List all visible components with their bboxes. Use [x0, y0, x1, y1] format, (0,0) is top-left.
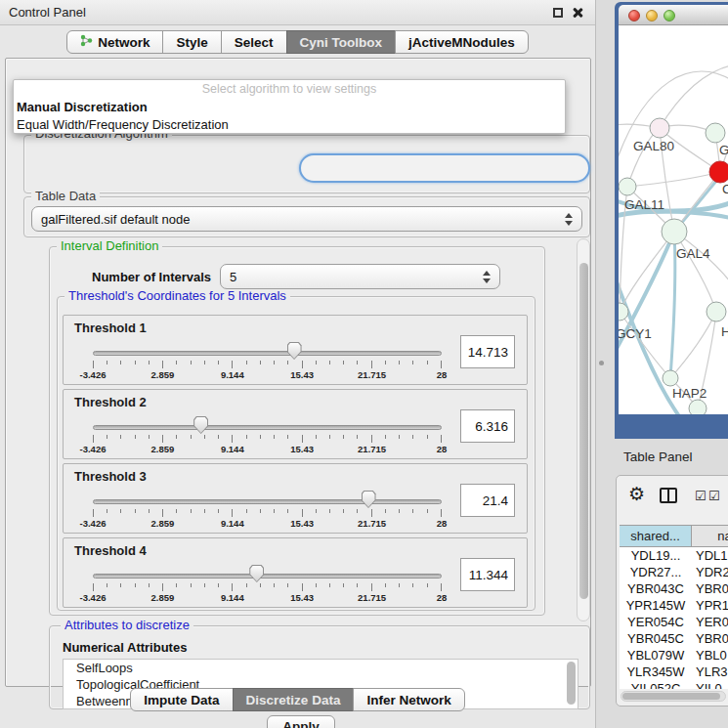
network-edge-thick[interactable]	[670, 232, 675, 378]
network-edge[interactable]	[620, 312, 670, 378]
slider-track[interactable]	[93, 425, 442, 430]
network-node-gal80[interactable]	[650, 118, 669, 138]
slider-thumb[interactable]	[362, 491, 376, 508]
algorithm-combobox[interactable]	[299, 153, 590, 183]
cell-name[interactable]: YDL1	[692, 547, 728, 564]
table-row[interactable]: YLR345WYLR3	[620, 664, 728, 680]
cell-name[interactable]: YDR2	[692, 564, 728, 580]
slider-thumb[interactable]	[287, 342, 302, 360]
tick-labels: -3.4262.8599.14415.4321.71528	[93, 518, 442, 530]
threshold-1-value-field[interactable]	[460, 335, 515, 368]
number-of-intervals-combobox[interactable]: 5	[220, 264, 500, 289]
cell-shared-name[interactable]: YDL19...	[620, 547, 692, 564]
column-checkbox-icon[interactable]: ☑	[708, 489, 720, 503]
split-columns-icon[interactable]	[660, 488, 677, 503]
cell-shared-name[interactable]: YPR145W	[620, 597, 692, 614]
column-header-shared-name[interactable]: shared...	[620, 526, 692, 546]
cell-shared-name[interactable]: YBL079W	[620, 647, 692, 664]
table-row[interactable]: YPR145WYPR1	[620, 597, 728, 614]
tick-mark	[204, 435, 205, 439]
table-row[interactable]: YDR27...YDR2	[620, 564, 728, 580]
tab-style[interactable]: Style	[162, 30, 221, 54]
table-row[interactable]: YIL052CYIL0	[620, 680, 728, 689]
table-row[interactable]: YDL19...YDL1	[620, 547, 728, 564]
slider-thumb[interactable]	[249, 565, 264, 582]
network-edge[interactable]	[620, 232, 674, 312]
cell-shared-name[interactable]: YER054C	[620, 614, 692, 630]
tick-label: 15.43	[290, 369, 314, 380]
settings-vertical-scrollbar[interactable]	[577, 238, 590, 621]
threshold-label: Threshold 2	[74, 395, 147, 409]
cell-shared-name[interactable]: YLR345W	[620, 664, 692, 680]
network-canvas[interactable]: GAL80GACGAL11GAL4GCY1HHAP2	[619, 25, 728, 414]
settings-gear-icon[interactable]: ⚙	[628, 483, 645, 505]
cell-name[interactable]: YBL0	[692, 647, 728, 664]
cell-shared-name[interactable]: YIL052C	[620, 680, 692, 689]
slider-track[interactable]	[93, 351, 442, 356]
tab-network[interactable]: Network	[66, 30, 163, 54]
table-data-group-label: Table Data	[31, 190, 100, 203]
tab-select[interactable]: Select	[221, 30, 287, 54]
table-data-combobox[interactable]: galFiltered.sif default node	[31, 206, 582, 232]
algorithm-option-equal-width-frequency-discretization[interactable]: Equal Width/Frequency Discretization	[14, 116, 565, 134]
cell-shared-name[interactable]: YDR27...	[620, 564, 692, 580]
table-row[interactable]: YBR043CYBR0	[620, 580, 728, 597]
scrollbar-thumb[interactable]	[622, 693, 720, 700]
cell-name[interactable]: YBR0	[692, 580, 728, 597]
network-node[interactable]	[689, 400, 707, 414]
tab-infer-network[interactable]: Infer Network	[353, 688, 464, 711]
tab-jactivemnodules[interactable]: jActiveMNodules	[395, 30, 529, 54]
network-window-titlebar[interactable]	[619, 5, 728, 25]
attribute-item-selfloops[interactable]: SelfLoops	[64, 660, 578, 676]
algorithm-option-manual-discretization[interactable]: Manual Discretization	[14, 99, 565, 116]
algorithm-prompt-option[interactable]: Select algorithm to view settings	[14, 80, 565, 99]
close-traffic-light[interactable]	[628, 10, 640, 21]
network-node-gal4[interactable]	[662, 219, 687, 244]
close-panel-icon[interactable]	[572, 7, 583, 19]
tab-discretize-data[interactable]: Discretize Data	[233, 688, 355, 711]
network-edge-thick[interactable]	[619, 272, 679, 414]
tick-mark	[232, 435, 233, 443]
network-node-ga[interactable]	[706, 123, 725, 143]
threshold-4-value-field[interactable]	[460, 558, 515, 591]
slider-thumb[interactable]	[193, 416, 208, 434]
network-edge[interactable]	[619, 71, 728, 172]
cell-name[interactable]: YBR0	[692, 630, 728, 647]
network-icon	[80, 34, 93, 50]
network-node-hap2[interactable]	[663, 370, 678, 386]
float-window-icon[interactable]	[553, 8, 563, 18]
tick-mark	[302, 361, 303, 368]
network-edge[interactable]	[670, 312, 716, 378]
tick-mark	[343, 583, 344, 587]
column-header-name[interactable]: name	[692, 526, 728, 546]
cell-name[interactable]: YIL0	[692, 680, 728, 689]
network-node-h[interactable]	[707, 302, 726, 321]
zoom-traffic-light[interactable]	[664, 10, 675, 21]
table-row[interactable]: YBL079WYBL0	[620, 647, 728, 664]
minimize-traffic-light[interactable]	[646, 10, 658, 21]
table-row[interactable]: YBR045CYBR0	[620, 630, 728, 647]
cell-name[interactable]: YLR3	[692, 664, 728, 680]
tab-cyni-toolbox[interactable]: Cyni Toolbox	[286, 30, 397, 54]
table-toolbar: ⚙ ☑ ☑	[617, 476, 728, 517]
apply-button[interactable]: Apply	[267, 715, 335, 728]
network-node-c[interactable]	[709, 161, 728, 183]
table-row[interactable]: YER054CYER0	[620, 614, 728, 630]
slider-track[interactable]	[93, 499, 442, 504]
cell-name[interactable]: YER0	[692, 614, 728, 630]
cell-name[interactable]: YPR1	[692, 597, 728, 614]
threshold-3-value-field[interactable]	[460, 484, 515, 517]
slider-track[interactable]	[93, 574, 442, 578]
column-checkbox-icon[interactable]: ☑	[695, 489, 707, 503]
network-edge[interactable]	[627, 172, 720, 187]
tick-mark	[246, 583, 247, 587]
cell-shared-name[interactable]: YBR043C	[620, 580, 692, 597]
tab-impute-data[interactable]: Impute Data	[130, 688, 233, 711]
scrollbar-thumb[interactable]	[579, 263, 588, 599]
cell-shared-name[interactable]: YBR045C	[620, 630, 692, 647]
table-horizontal-scrollbar[interactable]	[621, 691, 726, 702]
threshold-2-value-field[interactable]	[460, 409, 515, 443]
split-pane-grip[interactable]	[599, 361, 604, 365]
network-edge[interactable]	[674, 232, 716, 312]
network-node-gal11[interactable]	[619, 178, 636, 195]
